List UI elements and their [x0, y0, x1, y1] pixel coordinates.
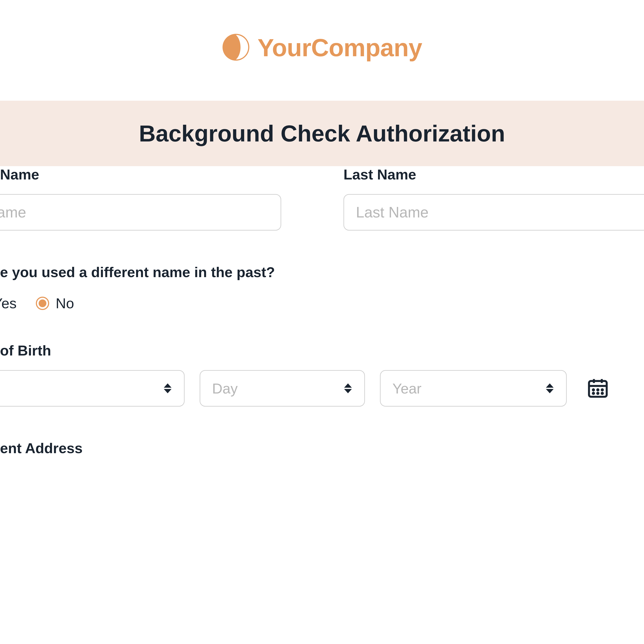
radio-group-different-name: Yes No: [0, 295, 74, 311]
sort-icon: [163, 382, 172, 395]
different-name-question: e you used a different name in the past?: [0, 264, 275, 280]
dob-year-select[interactable]: Year: [380, 370, 567, 407]
radio-icon: [36, 297, 49, 310]
radio-no[interactable]: No: [36, 295, 74, 311]
page-title: Background Check Authorization: [0, 120, 644, 147]
dob-label: of Birth: [0, 342, 51, 359]
svg-point-9: [597, 393, 598, 394]
svg-point-5: [593, 389, 594, 390]
sort-icon: [545, 382, 554, 395]
brand-logo-icon: [222, 33, 250, 62]
dob-year-placeholder: Year: [392, 380, 421, 397]
svg-point-6: [597, 389, 598, 390]
sort-icon: [343, 382, 352, 395]
calendar-icon: [586, 376, 610, 400]
dob-day-placeholder: Day: [212, 380, 238, 397]
svg-point-8: [593, 393, 594, 394]
calendar-button[interactable]: [586, 376, 610, 401]
radio-no-label: No: [56, 295, 74, 311]
current-address-label: ent Address: [0, 440, 83, 456]
brand: YourCompany: [222, 33, 422, 62]
last-name-input[interactable]: [343, 194, 644, 231]
dob-month-select[interactable]: lonth: [0, 370, 185, 407]
form: Name Last Name e you used a different na…: [0, 166, 644, 630]
first-name-input[interactable]: [0, 194, 281, 231]
first-name-label: Name: [0, 166, 39, 183]
svg-point-7: [602, 389, 603, 390]
radio-yes[interactable]: Yes: [0, 295, 17, 311]
dob-day-select[interactable]: Day: [200, 370, 365, 407]
radio-yes-label: Yes: [0, 295, 17, 311]
last-name-label: Last Name: [343, 166, 416, 183]
svg-point-10: [602, 393, 603, 394]
brand-name: YourCompany: [258, 33, 422, 62]
title-bar: Background Check Authorization: [0, 101, 644, 166]
header: YourCompany: [0, 0, 644, 62]
